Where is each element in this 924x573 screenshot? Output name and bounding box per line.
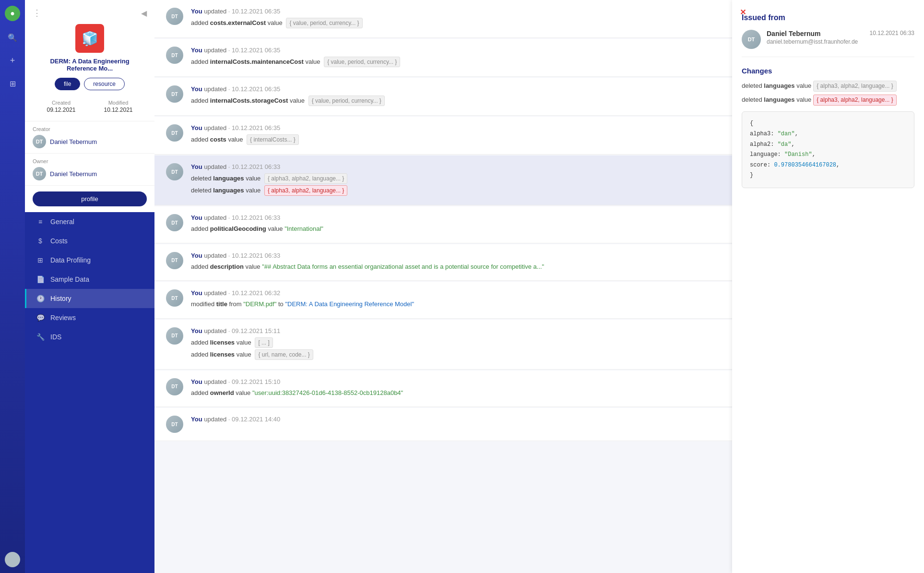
entry-avatar: DT	[166, 327, 183, 345]
history-entry[interactable]: DT You updated · 10.12.2021 06:33 delete…	[154, 155, 732, 205]
entry-header: You updated · 09.12.2021 15:10	[191, 378, 721, 385]
resource-icon: 🧊	[75, 24, 104, 53]
creator-link[interactable]: DT Daniel Tebernum	[33, 135, 147, 148]
sample-data-icon: 📄	[36, 275, 45, 283]
entry-user: You	[191, 163, 202, 170]
created-meta: Created 09.12.2021	[47, 100, 75, 113]
entry-header: You updated · 09.12.2021 15:11	[191, 327, 721, 334]
entry-time: · 09.12.2021 14:40	[228, 416, 280, 423]
entry-header: You updated · 10.12.2021 06:35	[191, 85, 721, 93]
history-entry[interactable]: DT You updated · 10.12.2021 06:35 added …	[154, 39, 732, 77]
history-entry[interactable]: DT You updated · 10.12.2021 06:33 added …	[154, 206, 732, 243]
history-entry[interactable]: DT You updated · 09.12.2021 14:40	[154, 408, 732, 441]
sidebar-item-reviews[interactable]: 💬 Reviews	[25, 308, 154, 327]
entry-action: updated	[204, 163, 226, 170]
entry-content: You updated · 10.12.2021 06:33 added des…	[191, 252, 721, 273]
sidebar-item-label-history: History	[50, 295, 71, 302]
reviews-icon: 💬	[36, 314, 45, 322]
sidebar-item-data-profiling[interactable]: ⊞ Data Profiling	[25, 251, 154, 270]
entry-content: You updated · 09.12.2021 15:10 added own…	[191, 378, 721, 399]
history-entry[interactable]: DT You updated · 09.12.2021 15:10 added …	[154, 370, 732, 407]
sidebar-item-label-sample-data: Sample Data	[50, 275, 89, 283]
sidebar-item-general[interactable]: ≡ General	[25, 212, 154, 231]
entry-avatar: DT	[166, 252, 183, 269]
sidebar-header: ⋮ ◀ 🧊 DERM: A Data Engineering Reference…	[25, 0, 154, 121]
history-entry[interactable]: DT You updated · 10.12.2021 06:33 added …	[154, 244, 732, 281]
code-line: alpha3: "dan",	[750, 129, 906, 140]
entry-content: You updated · 10.12.2021 06:35 added cos…	[191, 8, 721, 30]
history-entry[interactable]: DT You updated · 10.12.2021 06:35 added …	[154, 0, 732, 38]
created-label: Created	[47, 100, 75, 106]
modified-label: Modified	[104, 100, 132, 106]
history-entry[interactable]: DT You updated · 10.12.2021 06:35 added …	[154, 78, 732, 116]
issued-info: Daniel Tebernum daniel.tebernum@isst.fra…	[767, 30, 864, 45]
code-line: {	[750, 119, 906, 129]
entry-avatar: DT	[166, 163, 183, 180]
panel-title: Issued from	[742, 13, 914, 22]
user-avatar[interactable]	[5, 552, 20, 567]
entry-action: updated	[204, 327, 226, 334]
modified-value: 10.12.2021	[104, 107, 132, 113]
sidebar-buttons: file resource	[55, 78, 125, 90]
profile-button[interactable]: profile	[33, 191, 147, 206]
grid-icon[interactable]: ⊞	[6, 77, 19, 90]
entry-user: You	[191, 124, 202, 131]
right-panel: ✕ Issued from DT Daniel Tebernum daniel.…	[732, 0, 924, 573]
sidebar-item-label-data-profiling: Data Profiling	[50, 256, 91, 264]
sidebar-meta: Created 09.12.2021 Modified 10.12.2021	[33, 96, 147, 117]
changes-title: Changes	[742, 67, 914, 75]
entry-line: added licenses value { url, name, code..…	[191, 349, 721, 360]
owner-link[interactable]: DT Daniel Tebernum	[33, 167, 147, 180]
resource-title: DERM: A Data Engineering Reference Mo...	[33, 58, 147, 72]
search-icon[interactable]: 🔍	[6, 31, 19, 44]
history-entry[interactable]: DT You updated · 10.12.2021 06:32 modifi…	[154, 282, 732, 319]
entry-header: You updated · 10.12.2021 06:35	[191, 8, 721, 15]
entry-user: You	[191, 378, 202, 385]
creator-avatar: DT	[33, 135, 46, 148]
entry-avatar: DT	[166, 378, 183, 395]
entry-user: You	[191, 327, 202, 334]
sidebar-panel: ⋮ ◀ 🧊 DERM: A Data Engineering Reference…	[25, 0, 154, 573]
change-row: deleted languages value{ alpha3, alpha2,…	[742, 81, 914, 92]
sidebar-item-ids[interactable]: 🔧 IDS	[25, 327, 154, 346]
add-icon[interactable]: +	[6, 54, 19, 67]
entry-content: You updated · 09.12.2021 14:40	[191, 416, 721, 433]
entry-user: You	[191, 214, 202, 221]
entry-time: · 09.12.2021 15:10	[228, 378, 280, 385]
app-logo[interactable]: ●	[5, 6, 20, 21]
entry-action: updated	[204, 47, 226, 54]
entry-line: deleted languages value { alpha3, alpha2…	[191, 173, 721, 184]
sidebar-item-label-costs: Costs	[50, 237, 68, 245]
sidebar-item-label-reviews: Reviews	[50, 314, 76, 322]
entry-time: · 10.12.2021 06:35	[228, 8, 280, 15]
history-list: DT You updated · 10.12.2021 06:35 added …	[154, 0, 732, 441]
sidebar-item-history[interactable]: 🕐 History	[25, 289, 154, 308]
issuer-name: Daniel Tebernum	[767, 30, 864, 37]
entry-header: You updated · 10.12.2021 06:33	[191, 252, 721, 259]
sidebar-item-sample-data[interactable]: 📄 Sample Data	[25, 270, 154, 289]
resource-button[interactable]: resource	[84, 78, 125, 90]
entry-user: You	[191, 47, 202, 54]
sidebar-item-costs[interactable]: $ Costs	[25, 231, 154, 251]
entry-avatar: DT	[166, 416, 183, 433]
created-value: 09.12.2021	[47, 107, 75, 113]
collapse-icon[interactable]: ◀	[141, 9, 147, 18]
history-entry[interactable]: DT You updated · 10.12.2021 06:35 added …	[154, 117, 732, 155]
issuer-avatar: DT	[742, 30, 761, 49]
entry-line: modified title from "DERM.pdf" to "DERM:…	[191, 299, 721, 309]
creator-label: Creator	[33, 126, 147, 132]
sidebar-item-label-general: General	[50, 218, 74, 226]
close-button[interactable]: ✕	[740, 8, 746, 17]
entry-user: You	[191, 252, 202, 259]
three-dots-icon[interactable]: ⋮	[33, 8, 41, 18]
file-button[interactable]: file	[55, 78, 80, 90]
entry-action: updated	[204, 8, 226, 15]
entry-line: deleted languages value { alpha3, alpha2…	[191, 185, 721, 196]
entry-time: · 10.12.2021 06:33	[228, 214, 280, 221]
entry-line: added licenses value [ ... ]	[191, 337, 721, 348]
history-entry[interactable]: DT You updated · 09.12.2021 15:11 added …	[154, 320, 732, 370]
entry-line: added description value "## Abstract Dat…	[191, 262, 721, 272]
code-line: }	[750, 170, 906, 181]
ids-icon: 🔧	[36, 333, 45, 341]
entry-line: added internalCosts.storageCost value { …	[191, 96, 721, 106]
